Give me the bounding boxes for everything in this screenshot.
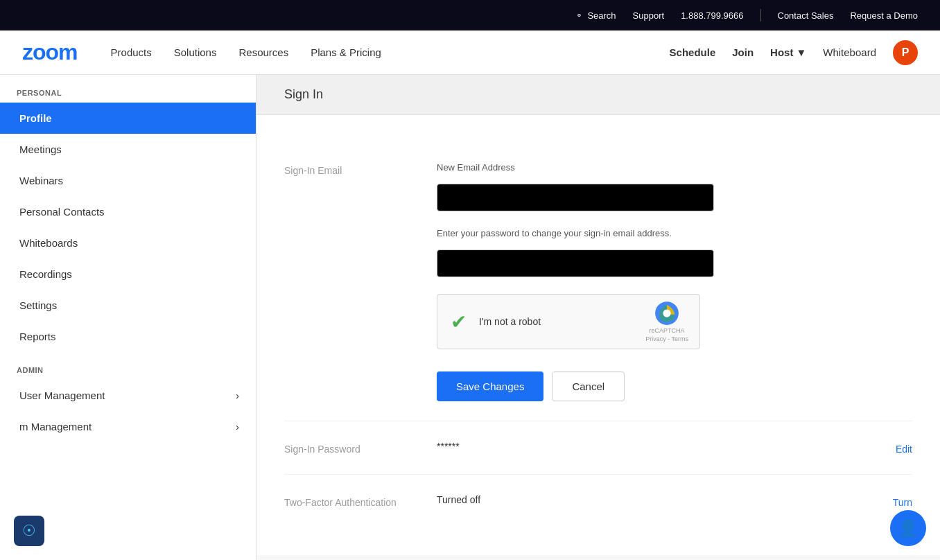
current-password-input[interactable] (437, 250, 714, 277)
recaptcha-logo-area: reCAPTCHA Privacy - Terms (645, 301, 688, 342)
sidebar-item-whiteboards[interactable]: Whiteboards (0, 227, 256, 259)
nav-plans[interactable]: Plans & Pricing (311, 46, 381, 58)
sidebar-item-settings[interactable]: Settings (0, 290, 256, 321)
email-input[interactable] (437, 184, 714, 211)
page-header: Sign In (256, 75, 940, 115)
cancel-button[interactable]: Cancel (552, 371, 625, 401)
turn-on-link[interactable]: Turn (893, 494, 912, 508)
recaptcha-brand: reCAPTCHA (650, 327, 685, 334)
btn-row: Save Changes Cancel (437, 371, 912, 401)
search-label: Search (587, 10, 616, 21)
main-content: Sign In Sign-In Email New Email Address … (256, 75, 940, 560)
chat-icon: 👤 (898, 518, 919, 538)
sign-in-password-row: Sign-In Password ****** Edit (284, 421, 912, 475)
zoom-logo[interactable]: zoom (22, 40, 78, 65)
sidebar-item-m-management[interactable]: m Management › (0, 411, 256, 442)
request-demo-link[interactable]: Request a Demo (850, 10, 918, 21)
nav-solutions[interactable]: Solutions (174, 46, 217, 58)
sidebar-personal-label: PERSONAL (0, 75, 256, 103)
chevron-right-icon: › (236, 421, 239, 432)
nav-host[interactable]: Host ▼ (770, 46, 806, 58)
sidebar-item-personal-contacts[interactable]: Personal Contacts (0, 196, 256, 227)
recaptcha-box[interactable]: ✔ I'm not a robot reCAPTCHA (437, 294, 700, 349)
nav-products[interactable]: Products (111, 46, 152, 58)
sidebar-item-webinars[interactable]: Webinars (0, 165, 256, 196)
sidebar-item-profile[interactable]: Profile (0, 103, 256, 134)
password-helper-text: Enter your password to change your sign-… (437, 228, 912, 238)
nav-resources[interactable]: Resources (238, 46, 288, 58)
support-link[interactable]: Support (633, 10, 665, 21)
search-icon: ⚬ (575, 10, 583, 21)
content-area: Sign-In Email New Email Address Enter yo… (256, 115, 940, 555)
shield-icon: ☉ (22, 522, 36, 540)
divider (760, 9, 761, 21)
main-nav: zoom Products Solutions Resources Plans … (0, 30, 940, 75)
nav-links: Products Solutions Resources Plans & Pri… (111, 46, 647, 58)
sidebar-admin-label: ADMIN (0, 352, 256, 380)
nav-schedule[interactable]: Schedule (670, 46, 716, 58)
nav-right: Schedule Join Host ▼ Whiteboard P (670, 40, 918, 65)
sidebar-item-user-management[interactable]: User Management › (0, 380, 256, 411)
sidebar-item-recordings[interactable]: Recordings (0, 259, 256, 290)
sidebar-item-reports[interactable]: Reports (0, 321, 256, 352)
recaptcha-text: I'm not a robot (479, 316, 634, 327)
sign-in-password-label: Sign-In Password (284, 441, 437, 455)
nav-whiteboard[interactable]: Whiteboard (823, 46, 876, 58)
chevron-right-icon: › (236, 390, 239, 401)
page-title: Sign In (284, 87, 323, 101)
two-factor-label: Two-Factor Authentication (284, 494, 437, 508)
password-value: ****** (437, 441, 896, 452)
top-bar: ⚬ Search Support 1.888.799.9666 Contact … (0, 0, 940, 30)
recaptcha-privacy: Privacy - Terms (645, 335, 688, 342)
contact-sales-link[interactable]: Contact Sales (778, 10, 834, 21)
recaptcha-checkbox[interactable]: ✔ (449, 312, 468, 331)
user-avatar[interactable]: P (893, 40, 918, 65)
recaptcha-logo-icon (654, 301, 679, 326)
chat-button[interactable]: 👤 (890, 510, 926, 546)
email-field-group: New Email Address Enter your password to… (437, 162, 912, 401)
security-badge[interactable]: ☉ (14, 516, 44, 546)
nav-join[interactable]: Join (732, 46, 754, 58)
sign-in-email-row: Sign-In Email New Email Address Enter yo… (284, 143, 912, 421)
chevron-down-icon: ▼ (796, 46, 806, 58)
sidebar-item-meetings[interactable]: Meetings (0, 134, 256, 165)
sign-in-email-label: Sign-In Email (284, 162, 437, 176)
two-factor-value: Turned off (437, 494, 893, 505)
edit-password-link[interactable]: Edit (896, 441, 912, 455)
new-email-label: New Email Address (437, 162, 912, 173)
search-area[interactable]: ⚬ Search (575, 10, 616, 21)
layout: PERSONAL Profile Meetings Webinars Perso… (0, 75, 940, 560)
checkmark-icon: ✔ (451, 310, 467, 333)
sidebar: PERSONAL Profile Meetings Webinars Perso… (0, 75, 256, 560)
phone-number: 1.888.799.9666 (681, 10, 743, 21)
svg-point-1 (663, 309, 670, 317)
two-factor-row: Two-Factor Authentication Turned off Tur… (284, 475, 912, 527)
save-changes-button[interactable]: Save Changes (437, 371, 543, 401)
sign-in-email-value: New Email Address Enter your password to… (437, 162, 912, 401)
